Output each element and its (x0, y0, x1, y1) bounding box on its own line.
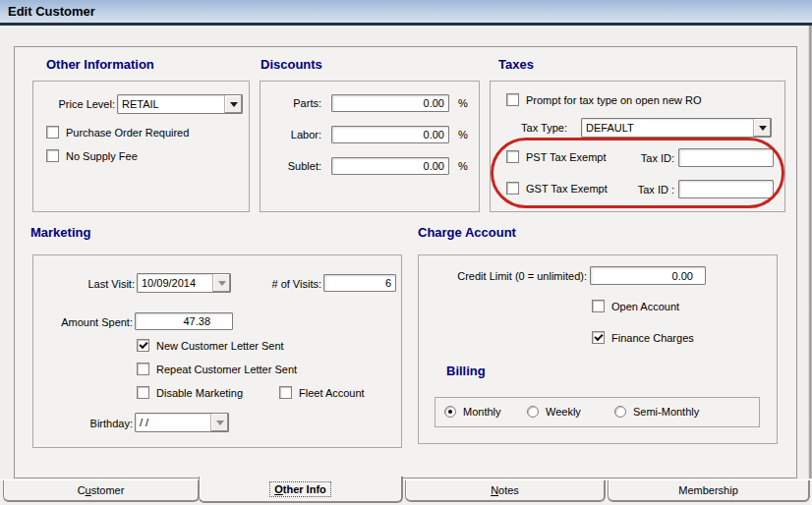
checkbox-label: New Customer Letter Sent (156, 340, 284, 352)
discounts-heading: Discounts (261, 57, 322, 72)
price-level-select[interactable]: RETAIL (117, 94, 243, 114)
visits-label: # of Visits: (240, 278, 321, 290)
pst-tax-exempt-checkbox[interactable]: PST Tax Exempt (506, 150, 607, 163)
other-information-heading: Other Information (46, 57, 154, 72)
marketing-heading: Marketing (30, 225, 90, 240)
tab-customer[interactable]: Customer (3, 480, 200, 502)
sublet-label: Sublet: (266, 160, 321, 172)
title-bar: Edit Customer (0, 0, 812, 26)
checkbox-label: Fleet Account (299, 387, 365, 399)
checkbox-label: Finance Charges (611, 332, 694, 344)
charge-account-group: Credit Limit (0 = unlimited): Open Accou… (418, 254, 778, 444)
radio-label: Monthly (463, 406, 501, 418)
gst-tax-exempt-checkbox[interactable]: GST Tax Exempt (506, 182, 608, 195)
chevron-down-icon (218, 281, 226, 286)
checkbox-box[interactable] (46, 149, 59, 162)
labor-label: Labor: (266, 129, 321, 140)
checkbox-label: No Supply Fee (66, 150, 138, 162)
checkbox-label: Prompt for tax type on open new RO (526, 94, 702, 106)
taxes-group: Prompt for tax type on open new RO Tax T… (490, 81, 785, 212)
radio-button[interactable] (614, 406, 626, 418)
tab-notes[interactable]: Notes (405, 480, 606, 502)
prompt-tax-type-checkbox[interactable]: Prompt for tax type on open new RO (506, 93, 702, 106)
chevron-down-icon (759, 126, 767, 131)
tab-label: Membership (678, 484, 738, 496)
credit-limit-label: Credit Limit (0 = unlimited): (425, 270, 587, 282)
other-information-group: Price Level: RETAIL Purchase Order Requi… (32, 81, 250, 212)
checkbox-label: GST Tax Exempt (526, 183, 608, 195)
amount-spent-input[interactable] (135, 312, 233, 330)
visits-input[interactable] (323, 274, 396, 292)
new-customer-letter-checkbox[interactable]: New Customer Letter Sent (137, 339, 284, 352)
checkbox-label: PST Tax Exempt (526, 151, 607, 163)
fleet-account-checkbox[interactable]: Fleet Account (279, 386, 365, 399)
billing-semi-monthly-radio[interactable]: Semi-Monthly (614, 406, 699, 418)
tab-membership[interactable]: Membership (608, 480, 810, 502)
parts-label: Parts: (266, 97, 321, 109)
window-right-edge (808, 26, 812, 505)
finance-charges-checkbox[interactable]: Finance Charges (592, 331, 694, 344)
other-info-page: Other Information Discounts Taxes Market… (14, 46, 797, 478)
billing-weekly-radio[interactable]: Weekly (527, 406, 581, 418)
radio-label: Weekly (546, 406, 581, 418)
no-supply-fee-checkbox[interactable]: No Supply Fee (46, 149, 138, 162)
checkbox-box[interactable] (137, 363, 149, 375)
dropdown-button[interactable] (753, 119, 771, 137)
checkbox-label: Open Account (611, 301, 679, 312)
discounts-group: Parts: % Labor: % Sublet: % (260, 81, 480, 212)
edit-customer-window: Edit Customer Other Information Discount… (0, 0, 812, 505)
last-visit-date-picker[interactable]: 10/09/2014 (137, 273, 231, 293)
tax-type-select[interactable]: DEFAULT (581, 118, 772, 138)
checkbox-box[interactable] (279, 386, 292, 399)
tax-type-label: Tax Type: (510, 122, 567, 134)
price-level-label: Price Level: (41, 98, 115, 110)
dropdown-button[interactable] (212, 274, 230, 292)
marketing-group: Last Visit: 10/09/2014 # of Visits: Amou… (32, 254, 402, 448)
checkbox-box[interactable] (592, 331, 605, 344)
checkbox-box[interactable] (137, 386, 149, 399)
chevron-down-icon (216, 421, 224, 425)
labor-discount-input[interactable] (331, 126, 449, 143)
price-level-value: RETAIL (118, 97, 224, 111)
bottom-tab-bar: Customer Other Info Notes Membership (0, 478, 812, 505)
tab-other-info[interactable]: Other Info (199, 477, 403, 503)
checkbox-box[interactable] (137, 339, 149, 352)
open-account-checkbox[interactable]: Open Account (592, 300, 679, 312)
billing-heading: Billing (446, 364, 486, 378)
disable-marketing-checkbox[interactable]: Disable Marketing (137, 386, 243, 399)
sublet-discount-input[interactable] (331, 157, 449, 175)
radio-button[interactable] (527, 406, 539, 418)
checkbox-box[interactable] (506, 93, 519, 106)
gst-tax-id-input[interactable] (678, 180, 774, 198)
dropdown-button[interactable] (224, 95, 242, 113)
tax-type-value: DEFAULT (582, 121, 753, 135)
tab-label: Other Info (270, 482, 330, 496)
purchase-order-required-checkbox[interactable]: Purchase Order Required (46, 126, 189, 139)
checkbox-box[interactable] (506, 182, 519, 195)
parts-discount-input[interactable] (331, 94, 449, 112)
gst-tax-id-label: Tax ID : (618, 184, 674, 196)
checkbox-box[interactable] (506, 150, 519, 163)
radio-label: Semi-Monthly (633, 406, 699, 418)
birthday-label: Birthday: (39, 418, 133, 429)
tab-label: Notes (491, 484, 519, 496)
chevron-down-icon (230, 102, 238, 107)
repeat-customer-letter-checkbox[interactable]: Repeat Customer Letter Sent (137, 363, 297, 375)
sublet-percent-sign: % (458, 160, 468, 172)
checkbox-label: Repeat Customer Letter Sent (156, 364, 297, 375)
pst-tax-id-input[interactable] (678, 148, 774, 167)
taxes-heading: Taxes (498, 57, 534, 72)
amount-spent-label: Amount Spent: (39, 316, 133, 328)
checkbox-box[interactable] (592, 300, 605, 312)
last-visit-value: 10/09/2014 (138, 276, 212, 290)
credit-limit-input[interactable] (590, 266, 706, 285)
birthday-value: / / (136, 416, 210, 429)
last-visit-label: Last Visit: (41, 278, 135, 290)
dropdown-button[interactable] (210, 414, 228, 431)
checkbox-box[interactable] (46, 126, 59, 139)
pst-tax-id-label: Tax ID: (618, 152, 674, 164)
billing-monthly-radio[interactable]: Monthly (444, 406, 501, 418)
radio-button[interactable] (444, 406, 456, 418)
birthday-date-picker[interactable]: / / (135, 413, 229, 432)
window-title: Edit Customer (8, 4, 95, 19)
